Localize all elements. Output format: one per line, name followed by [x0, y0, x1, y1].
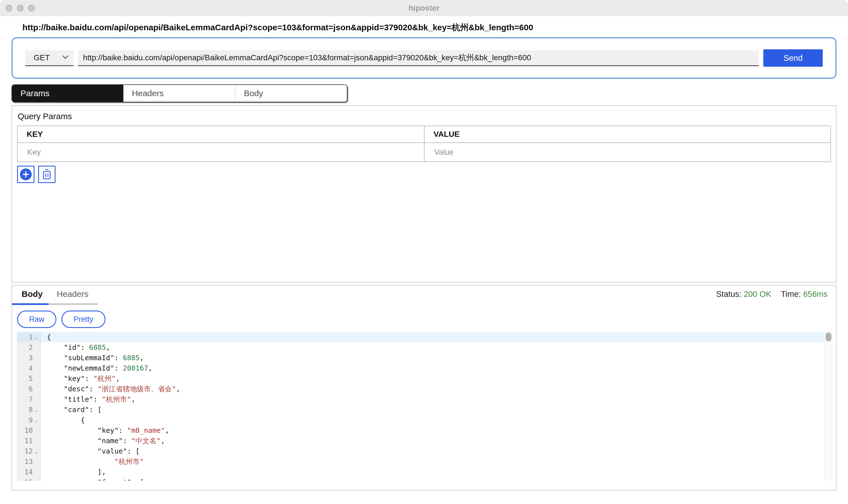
code-lines: 1⌄{2 "id": 6885,3 "subLemmaId": 6885,4 "…: [17, 332, 832, 481]
line-number: 12: [24, 446, 33, 456]
line-number: 7: [29, 394, 33, 404]
tab-body[interactable]: Body: [235, 85, 347, 102]
line-gutter: 6: [17, 384, 41, 394]
param-row-value-cell: [424, 143, 830, 161]
code-text: "key": "m8_name",: [41, 425, 170, 436]
code-line: 11 "name": "中文名",: [17, 436, 832, 446]
chevron-down-icon: [63, 53, 68, 59]
code-line: 9⌄ {: [17, 415, 832, 425]
code-line: 10 "key": "m8_name",: [17, 425, 832, 436]
line-gutter: 2: [17, 342, 41, 353]
code-editor: 1⌄{2 "id": 6885,3 "subLemmaId": 6885,4 "…: [17, 332, 832, 481]
traffic-lights: [6, 5, 35, 12]
window-titlebar: hiposter: [0, 0, 848, 16]
key-header: KEY: [18, 126, 424, 143]
code-text: "name": "中文名",: [41, 436, 165, 446]
url-input[interactable]: [78, 50, 759, 66]
code-line: 15 "format": [: [17, 477, 832, 481]
code-text: {: [41, 415, 85, 425]
code-line: 3 "subLemmaId": 6885,: [17, 353, 832, 363]
line-number: 6: [29, 384, 33, 394]
line-gutter: 4: [17, 363, 41, 373]
code-text: "subLemmaId": 6885,: [41, 353, 144, 363]
code-text: "format": [: [41, 477, 144, 481]
close-button[interactable]: [6, 5, 12, 12]
line-number: 13: [24, 456, 33, 467]
code-line: 14 ],: [17, 467, 832, 477]
code-text: "value": [: [41, 446, 140, 456]
line-gutter: 14: [17, 467, 41, 477]
response-header: Body Headers Status: 200 OK Time: 656ms: [12, 289, 836, 299]
line-gutter: 13: [17, 456, 41, 467]
params-panel: Query Params KEY VALUE: [12, 105, 836, 283]
method-select[interactable]: GET: [25, 50, 73, 66]
line-number: 9: [29, 415, 33, 425]
raw-button[interactable]: Raw: [17, 311, 56, 328]
scrollbar-thumb[interactable]: [826, 332, 831, 341]
pretty-button[interactable]: Pretty: [61, 311, 105, 328]
line-number: 2: [29, 342, 33, 353]
code-text: "杭州市": [41, 456, 144, 467]
plus-icon: [20, 168, 32, 180]
request-bar: GET Send: [12, 37, 836, 79]
code-line: 5 "key": "杭州",: [17, 373, 832, 384]
send-button[interactable]: Send: [763, 49, 823, 67]
tab-response-headers[interactable]: Headers: [57, 289, 88, 299]
line-number: 5: [29, 373, 33, 384]
code-text: {: [41, 332, 51, 342]
param-actions: [17, 166, 831, 183]
key-input[interactable]: [26, 147, 415, 157]
line-number: 8: [29, 404, 33, 415]
tab-response-body[interactable]: Body: [22, 289, 42, 299]
value-input[interactable]: [434, 147, 822, 157]
time-label: Time:: [781, 290, 801, 299]
tab-params[interactable]: Params: [12, 85, 123, 102]
code-line: 1⌄{: [17, 332, 832, 342]
add-param-button[interactable]: [17, 166, 35, 183]
zoom-button[interactable]: [28, 5, 35, 12]
delete-param-button[interactable]: [38, 166, 55, 183]
line-number: 11: [24, 436, 33, 446]
fold-icon[interactable]: ⌄: [33, 332, 40, 342]
fold-icon[interactable]: ⌄: [33, 446, 40, 456]
code-line: 7 "title": "杭州市",: [17, 394, 832, 404]
status-line: Status: 200 OK Time: 656ms: [716, 290, 828, 299]
code-line: 12⌄ "value": [: [17, 446, 832, 456]
fold-icon[interactable]: ⌄: [33, 404, 40, 415]
method-label: GET: [34, 53, 50, 62]
line-number: 1: [29, 332, 33, 342]
request-tabs: Params Headers Body: [12, 84, 348, 102]
param-row-key-cell: [18, 143, 424, 161]
line-gutter: 11: [17, 436, 41, 446]
line-gutter: 15: [17, 477, 41, 481]
line-gutter: 3: [17, 353, 41, 363]
code-text: "key": "杭州",: [41, 373, 120, 384]
line-gutter: 8⌄: [17, 404, 41, 415]
code-text: ],: [41, 467, 106, 477]
code-text: "title": "杭州市",: [41, 394, 136, 404]
status-value: 200 OK: [744, 290, 771, 299]
line-number: 15: [24, 477, 33, 481]
line-number: 10: [24, 425, 33, 436]
code-scrollbar[interactable]: [824, 332, 832, 481]
code-text: "desc": "浙江省辖地级市、省会",: [41, 384, 180, 394]
tab-headers[interactable]: Headers: [123, 85, 235, 102]
code-line: 8⌄ "card": [: [17, 404, 832, 415]
line-gutter: 7: [17, 394, 41, 404]
fold-icon[interactable]: ⌄: [33, 415, 40, 425]
code-text: "card": [: [41, 404, 102, 415]
line-number: 3: [29, 353, 33, 363]
response-tab-underline: [12, 303, 98, 305]
line-gutter: 12⌄: [17, 446, 41, 456]
trash-icon: [42, 169, 52, 180]
request-url-text: http://baike.baidu.com/api/openapi/Baike…: [22, 22, 848, 33]
code-text: "id": 6885,: [41, 342, 110, 353]
params-table: KEY VALUE: [17, 126, 831, 162]
time-value: 656ms: [803, 290, 828, 299]
line-number: 4: [29, 363, 33, 373]
line-gutter: 9⌄: [17, 415, 41, 425]
value-header: VALUE: [424, 126, 830, 143]
minimize-button[interactable]: [17, 5, 23, 12]
view-buttons: Raw Pretty: [17, 311, 836, 328]
code-line: 2 "id": 6885,: [17, 342, 832, 353]
